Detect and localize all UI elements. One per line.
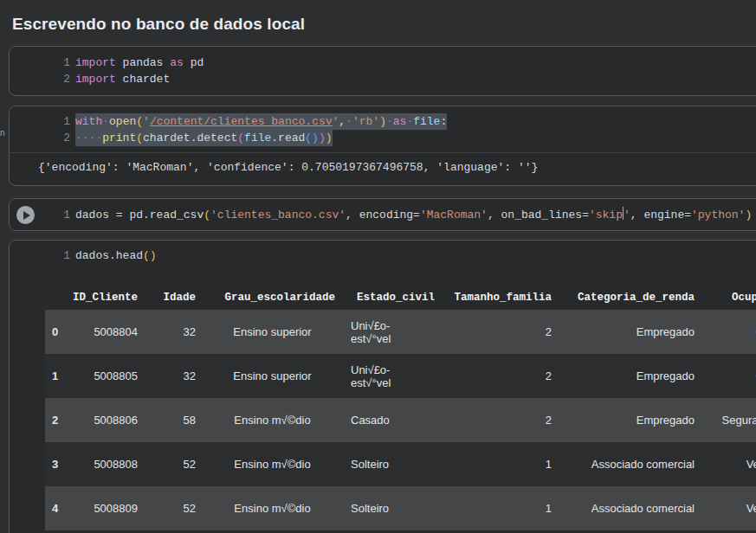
code-token: import bbox=[75, 73, 116, 86]
code-token: ' bbox=[624, 209, 630, 222]
run-cell-button[interactable] bbox=[16, 206, 35, 224]
cell: Solteiro bbox=[342, 442, 442, 486]
code-text[interactable]: dados.head() bbox=[75, 247, 157, 264]
code-text[interactable]: import pandas as pd bbox=[75, 55, 204, 71]
code-token: /content/clientes_banco.csv bbox=[150, 115, 333, 128]
code-editor[interactable]: 1dados.head() bbox=[10, 247, 756, 264]
cell-text: Casado bbox=[351, 414, 406, 427]
code-token: · bbox=[386, 115, 393, 128]
code-cell-head[interactable]: 1dados.head() ID_ClienteIdadeGrau_escola… bbox=[9, 240, 756, 533]
code-token: : bbox=[440, 115, 447, 128]
code-line: 1dados = pd.read_csv('clientes_banco.csv… bbox=[10, 207, 756, 223]
code-token: as bbox=[393, 115, 407, 128]
code-token: chardet bbox=[116, 73, 170, 86]
column-header: Categoria_de_renda bbox=[559, 286, 701, 310]
code-text[interactable]: import chardet bbox=[75, 71, 170, 87]
cell-text: Uni√£o-est√°vel bbox=[351, 319, 406, 345]
table-row: 1500880532Ensino superiorUni√£o-est√°vel… bbox=[45, 354, 756, 398]
line-number: 2 bbox=[10, 71, 70, 87]
cell: Vendas bbox=[701, 442, 756, 486]
code-editor[interactable]: 1import pandas as pd2import chardet bbox=[10, 55, 756, 87]
cell-output-text: {'encoding': 'MacRoman', 'confidence': 0… bbox=[10, 153, 756, 174]
cell: 2 bbox=[442, 354, 559, 398]
code-line: 1with·open('/content/clientes_banco.csv'… bbox=[10, 113, 756, 130]
code-token: , encoding= bbox=[346, 209, 420, 222]
cell: Empregado bbox=[559, 310, 701, 354]
cell: 2 bbox=[442, 310, 559, 354]
index-header bbox=[45, 286, 69, 310]
code-token: ' bbox=[143, 115, 150, 128]
cell: Empregado bbox=[559, 354, 701, 398]
code-token: , on_bad_lines= bbox=[488, 209, 589, 222]
table-row: 3500880852Ensino m√©dioSolteiro1Associad… bbox=[45, 442, 756, 486]
code-editor[interactable]: 1with·open('/content/clientes_banco.csv'… bbox=[10, 113, 756, 146]
cell: 5008806 bbox=[69, 398, 145, 442]
cell: Empregado bbox=[559, 398, 701, 442]
cell: Ensino m√©dio bbox=[203, 486, 342, 530]
cell: 5008808 bbox=[69, 442, 145, 486]
code-token: ) bbox=[319, 132, 326, 144]
cell: 52 bbox=[145, 486, 203, 530]
cell: 5008804 bbox=[69, 310, 145, 354]
code-token: with bbox=[75, 115, 102, 128]
table-row: 0500880432Ensino superiorUni√£o-est√°vel… bbox=[45, 310, 756, 354]
row-index: 0 bbox=[45, 310, 69, 354]
line-number: 2 bbox=[10, 130, 70, 146]
code-cell-detect-encoding[interactable]: 1with·open('/content/clientes_banco.csv'… bbox=[9, 106, 756, 186]
cell: 1 bbox=[442, 442, 559, 486]
cell-text: Uni√£o-est√°vel bbox=[351, 363, 406, 389]
line-number: 1 bbox=[10, 247, 70, 264]
code-token: ( bbox=[136, 115, 143, 128]
code-text-selected[interactable]: ····print(chardet.detect(file.read())) bbox=[75, 130, 333, 146]
code-token: () bbox=[143, 249, 157, 262]
code-token: ) bbox=[326, 132, 333, 144]
clipped-margin-text: n bbox=[0, 128, 5, 138]
dataframe-table: ID_ClienteIdadeGrau_escolaridadeEstado_c… bbox=[45, 286, 756, 530]
cell: Associado comercial bbox=[559, 442, 701, 486]
table-row: 4500880952Ensino m√©dioSolteiro1Associad… bbox=[45, 486, 756, 530]
row-index: 2 bbox=[45, 398, 69, 442]
code-token: chardet.detect bbox=[143, 132, 237, 144]
code-token: file bbox=[244, 132, 271, 144]
column-header: ID_Cliente bbox=[69, 286, 145, 310]
cell: Seguran√ßa bbox=[701, 398, 756, 442]
code-cell-read-csv[interactable]: 1dados = pd.read_csv('clientes_banco.csv… bbox=[9, 198, 756, 231]
code-token: as bbox=[170, 56, 184, 69]
cell: 5008805 bbox=[69, 354, 145, 398]
code-cell-imports[interactable]: 1import pandas as pd2import chardet bbox=[9, 46, 756, 96]
code-token: .read bbox=[271, 132, 305, 144]
code-token: 'MacRoman' bbox=[420, 209, 488, 222]
cell: Uni√£o-est√°vel bbox=[342, 354, 442, 398]
code-token: ( bbox=[237, 132, 244, 144]
column-header: Grau_escolaridade bbox=[203, 286, 342, 310]
column-header: Ocupacao bbox=[701, 286, 756, 310]
cell: Associado comercial bbox=[559, 486, 701, 530]
cell: 52 bbox=[145, 442, 203, 486]
table-row: 2500880658Ensino m√©dioCasado2EmpregadoS… bbox=[45, 398, 756, 442]
code-line: 2import chardet bbox=[10, 71, 756, 87]
cell: 58 bbox=[145, 398, 203, 442]
line-number: 1 bbox=[10, 113, 70, 130]
cell: Outro bbox=[701, 310, 756, 354]
cell-text: Solteiro bbox=[351, 502, 406, 515]
code-line: 1import pandas as pd bbox=[10, 55, 756, 71]
code-token: () bbox=[305, 132, 319, 144]
cell: 1 bbox=[442, 486, 559, 530]
code-token: 'python' bbox=[691, 209, 745, 222]
column-header: Tamanho_familia bbox=[442, 286, 559, 310]
code-token: , engine= bbox=[630, 209, 691, 222]
code-token: ( bbox=[204, 209, 210, 222]
dataframe-body: 0500880432Ensino superiorUni√£o-est√°vel… bbox=[45, 310, 756, 530]
code-token: , bbox=[339, 115, 346, 128]
header-row: ID_ClienteIdadeGrau_escolaridadeEstado_c… bbox=[45, 286, 756, 310]
row-index: 1 bbox=[45, 354, 69, 398]
code-token: pandas bbox=[116, 56, 170, 69]
code-editor[interactable]: 1dados = pd.read_csv('clientes_banco.csv… bbox=[10, 207, 756, 223]
code-text-selected[interactable]: with·open('/content/clientes_banco.csv',… bbox=[75, 113, 447, 130]
cell: Ensino m√©dio bbox=[203, 398, 342, 442]
code-token: ···· bbox=[75, 132, 102, 144]
column-header: Estado_civil bbox=[342, 286, 442, 310]
code-line: 2····print(chardet.detect(file.read())) bbox=[10, 130, 756, 146]
column-header: Idade bbox=[145, 286, 203, 310]
code-text[interactable]: dados = pd.read_csv('clientes_banco.csv'… bbox=[75, 207, 752, 223]
